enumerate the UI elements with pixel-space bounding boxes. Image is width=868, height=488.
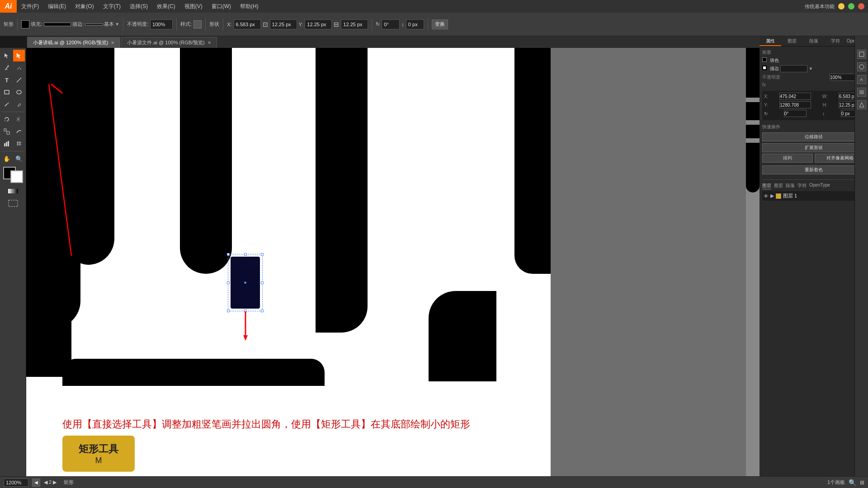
selection-tool[interactable] (1, 50, 13, 61)
handle-br[interactable] (261, 310, 264, 312)
stroke-width-input[interactable] (780, 65, 807, 72)
handle-tc[interactable] (244, 253, 247, 256)
render-tab[interactable]: 图层 (774, 183, 783, 189)
handle-tr[interactable] (261, 253, 264, 256)
opacity-input[interactable] (150, 19, 173, 29)
arrange-btn[interactable]: 排列 (762, 154, 813, 163)
handle-bc[interactable] (244, 310, 247, 312)
add-anchor-tool[interactable]: + (13, 62, 25, 74)
scale-tool[interactable] (1, 126, 13, 137)
y-panel-input[interactable] (779, 101, 811, 108)
svg-rect-7 (4, 129, 6, 131)
menu-view[interactable]: 视图(V) (180, 0, 207, 13)
zoom-input[interactable] (4, 479, 28, 487)
opentype-tab[interactable]: OpenType (809, 183, 830, 189)
stroke-group: 描边: 基本 ▼ (44, 21, 119, 28)
layers-tab[interactable]: 图层 (762, 183, 771, 189)
stroke-color-box[interactable] (762, 66, 767, 70)
layer-expand[interactable]: ▶ (770, 193, 774, 199)
panel-icon-1[interactable] (857, 50, 866, 59)
y-input[interactable] (305, 19, 332, 29)
handle-ml[interactable] (227, 282, 230, 284)
x-input[interactable] (234, 19, 261, 29)
type-tool[interactable]: T (1, 74, 13, 86)
handle-mr[interactable] (261, 282, 264, 284)
menu-select[interactable]: 选择(S) (125, 0, 152, 13)
line-tool[interactable] (13, 74, 25, 86)
tab-1[interactable]: 小暑讲稿.ai @ 1200% (RGB/预览) ✕ (27, 37, 120, 48)
rotate-tool[interactable] (1, 113, 13, 125)
expand-shape-btn[interactable]: 扩展形状 (762, 143, 865, 152)
w-input[interactable] (270, 19, 297, 29)
page-nav-fwd[interactable]: ▶ (53, 479, 57, 485)
tool-row-brush (1, 99, 25, 110)
hand-tool[interactable]: ✋ (1, 153, 13, 164)
handle-tl[interactable] (227, 253, 230, 256)
align-path-btn[interactable]: 位移路径 (762, 132, 865, 141)
mesh-tool[interactable] (13, 138, 25, 150)
nav-prev[interactable]: ◀ (32, 479, 40, 487)
rotate-y-input[interactable] (406, 19, 424, 29)
fill-color-swatch[interactable] (21, 20, 29, 28)
background-color[interactable] (10, 170, 23, 183)
menu-edit[interactable]: 编辑(E) (43, 0, 71, 13)
menu-object[interactable]: 对象(O) (71, 0, 98, 13)
tab-2-label: 小暑源文件.ai @ 100% (RGB/预览) (127, 39, 204, 46)
window-minimize[interactable] (838, 3, 844, 9)
artboard-tool[interactable] (7, 197, 19, 209)
ellipse-tool[interactable] (13, 86, 25, 98)
recolor-btn[interactable]: 重新着色 (762, 165, 865, 174)
titlebar-right: 传统基本功能 (805, 3, 868, 10)
rotate-input[interactable] (382, 19, 400, 29)
handle-mc[interactable] (244, 282, 246, 284)
x-row: X: W: (764, 93, 863, 100)
char-tab[interactable]: 字符 (797, 183, 807, 189)
fill-color-box[interactable] (762, 57, 767, 62)
panel-tab-layers[interactable]: 图层 (781, 36, 803, 46)
panel-tab-character[interactable]: 字符 (825, 36, 846, 46)
handle-bl[interactable] (227, 310, 230, 312)
pen-tool[interactable] (1, 62, 13, 74)
svg-rect-9 (4, 143, 5, 146)
h-icon: ⊟ (334, 21, 339, 28)
layer-visibility[interactable]: 👁 (764, 193, 769, 199)
window-maximize[interactable] (848, 3, 854, 9)
stroke-dropdown-arrow[interactable]: ▼ (809, 66, 813, 71)
menu-file[interactable]: 文件(F) (17, 0, 43, 13)
panel-tab-properties[interactable]: 属性 (760, 36, 781, 46)
tab-2[interactable]: 小暑源文件.ai @ 100% (RGB/预览) ✕ (121, 37, 217, 48)
stroke-dropdown[interactable]: ▼ (115, 22, 119, 27)
panel-tab-paragraph[interactable]: 段落 (803, 36, 825, 46)
menu-window[interactable]: 窗口(W) (207, 0, 236, 13)
transform-button[interactable]: 变换 (432, 19, 448, 29)
warp-tool[interactable] (13, 126, 25, 137)
panel-icon-5[interactable] (857, 100, 866, 109)
panel-icon-2[interactable] (857, 62, 866, 71)
menu-text[interactable]: 文字(T) (99, 0, 125, 13)
canvas-content[interactable]: 使用【直接选择工具】调整加粗竖笔画并拉出圆角，使用【矩形工具】在其底部绘制小的矩… (26, 48, 551, 476)
graph-tool[interactable] (1, 138, 13, 150)
pencil-tool[interactable] (13, 99, 25, 110)
rotate-panel-input[interactable] (784, 110, 807, 117)
shape-section-header: 矩形 (762, 49, 865, 56)
reflect-tool[interactable] (13, 113, 25, 125)
svg-rect-10 (6, 142, 7, 146)
tab-1-close[interactable]: ✕ (111, 40, 114, 45)
paragraph-tab[interactable]: 段落 (786, 183, 795, 189)
window-close[interactable] (858, 3, 864, 9)
page-nav-back[interactable]: ◀ (44, 479, 47, 485)
panel-icon-4[interactable] (857, 88, 866, 97)
zoom-tool[interactable]: 🔍 (13, 153, 25, 164)
menu-help[interactable]: 帮助(H) (236, 0, 263, 13)
panel-icon-3[interactable]: A (857, 75, 866, 84)
paintbrush-tool[interactable] (1, 99, 13, 110)
rectangle-tool[interactable] (1, 86, 13, 98)
fit-icon[interactable]: ⊞ (860, 479, 864, 486)
menu-effect[interactable]: 效果(C) (152, 0, 180, 13)
h-input[interactable] (341, 19, 368, 29)
tab-2-close[interactable]: ✕ (208, 40, 211, 45)
x-panel-input[interactable] (779, 93, 811, 100)
zoom-in-icon[interactable]: 🔍 (849, 479, 856, 486)
direct-select-tool[interactable] (13, 50, 25, 61)
gradient-tool[interactable] (7, 185, 19, 197)
